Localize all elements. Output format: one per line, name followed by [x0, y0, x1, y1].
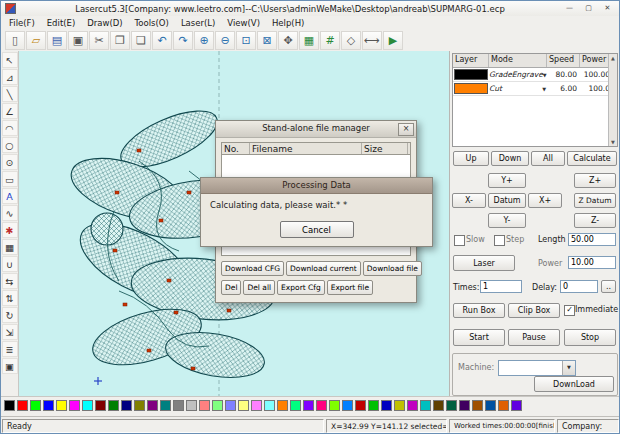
- laser-button[interactable]: Laser: [453, 255, 515, 271]
- layer-row[interactable]: GradeEngrave▼ 80.00 100.00: [453, 68, 617, 82]
- layer-table-scrollbar[interactable]: ▲ ▼: [608, 54, 617, 146]
- palette-swatch[interactable]: [485, 400, 496, 411]
- all-button[interactable]: All: [531, 151, 565, 166]
- scale-tool-icon[interactable]: ⇲: [2, 324, 18, 340]
- palette-swatch[interactable]: [394, 400, 405, 411]
- download-button[interactable]: DownLoad: [534, 376, 614, 392]
- zoom-out-icon[interactable]: ⊖: [215, 31, 235, 50]
- down-button[interactable]: Down: [491, 151, 529, 166]
- palette-swatch[interactable]: [264, 400, 275, 411]
- palette-swatch[interactable]: [160, 400, 171, 411]
- start-button[interactable]: Start: [453, 329, 505, 346]
- datum-button[interactable]: Datum: [488, 193, 526, 208]
- palette-swatch[interactable]: [433, 400, 444, 411]
- file-manager-button[interactable]: Del all: [243, 280, 275, 295]
- undo-icon[interactable]: ↶: [152, 31, 172, 50]
- length-input[interactable]: [568, 233, 616, 246]
- palette-swatch[interactable]: [95, 400, 106, 411]
- palette-swatch[interactable]: [420, 400, 431, 411]
- stop-button[interactable]: Stop: [564, 329, 616, 346]
- z-datum-button[interactable]: Z Datum: [574, 193, 616, 208]
- menu-item[interactable]: Help(H): [266, 18, 310, 28]
- jog-z-minus-button[interactable]: Z-: [574, 213, 616, 228]
- menu-item[interactable]: Edit(E): [41, 18, 81, 28]
- palette-swatch[interactable]: [43, 400, 54, 411]
- slow-checkbox[interactable]: [454, 235, 465, 246]
- grid-icon[interactable]: ▦: [299, 31, 319, 50]
- palette-swatch[interactable]: [290, 400, 301, 411]
- circle-tool-icon[interactable]: ○: [2, 137, 18, 153]
- delay-more-button[interactable]: ..: [601, 280, 616, 293]
- text-tool-icon[interactable]: A: [2, 188, 18, 204]
- print-icon[interactable]: ▣: [68, 31, 88, 50]
- file-manager-button[interactable]: Download current: [286, 261, 361, 276]
- snap-icon[interactable]: #: [320, 31, 340, 50]
- maximize-button[interactable]: ▢: [579, 2, 598, 15]
- palette-swatch[interactable]: [108, 400, 119, 411]
- palette-swatch[interactable]: [355, 400, 366, 411]
- star-tool-icon[interactable]: ✱: [2, 222, 18, 238]
- jog-x-plus-button[interactable]: X+: [528, 193, 562, 208]
- run-box-button[interactable]: Run Box: [453, 303, 505, 318]
- zoom-window-icon[interactable]: ⊡: [236, 31, 256, 50]
- palette-swatch[interactable]: [134, 400, 145, 411]
- delay-input[interactable]: [560, 280, 598, 293]
- pan-icon[interactable]: ✥: [278, 31, 298, 50]
- machine-combo[interactable]: ▼: [498, 360, 576, 376]
- layer-color-swatch[interactable]: [454, 69, 488, 80]
- rect-tool-icon[interactable]: ▭: [2, 171, 18, 187]
- line-tool-icon[interactable]: ╲: [2, 86, 18, 102]
- ellipse-tool-icon[interactable]: ⊙: [2, 154, 18, 170]
- layer-mode-select[interactable]: Cut▼: [489, 83, 547, 95]
- select-tool-icon[interactable]: ↖: [2, 52, 18, 68]
- file-manager-button[interactable]: Download file: [363, 261, 422, 276]
- layer-row[interactable]: Cut▼ 6.00 100.0: [453, 82, 617, 96]
- palette-swatch[interactable]: [186, 400, 197, 411]
- palette-swatch[interactable]: [498, 400, 509, 411]
- palette-swatch[interactable]: [4, 400, 15, 411]
- cancel-button[interactable]: Cancel: [280, 221, 354, 238]
- mirror-h-tool-icon[interactable]: ⇆: [2, 273, 18, 289]
- file-manager-button[interactable]: Export file: [327, 280, 373, 295]
- palette-swatch[interactable]: [17, 400, 28, 411]
- measure-icon[interactable]: ⟷: [362, 31, 382, 50]
- palette-swatch[interactable]: [446, 400, 457, 411]
- minimize-button[interactable]: —: [560, 2, 579, 15]
- menu-item[interactable]: View(V): [221, 18, 266, 28]
- menu-item[interactable]: Tools(O): [129, 18, 175, 28]
- rotate-tool-icon[interactable]: ↻: [2, 307, 18, 323]
- menu-item[interactable]: Laser(L): [175, 18, 221, 28]
- group-tool-icon[interactable]: ▣: [2, 358, 18, 374]
- palette-swatch[interactable]: [329, 400, 340, 411]
- open-icon[interactable]: ▱: [26, 31, 46, 50]
- file-manager-button[interactable]: Del: [221, 280, 241, 295]
- jog-y-minus-button[interactable]: Y-: [488, 213, 526, 228]
- palette-swatch[interactable]: [121, 400, 132, 411]
- palette-swatch[interactable]: [407, 400, 418, 411]
- palette-swatch[interactable]: [472, 400, 483, 411]
- array-tool-icon[interactable]: ▦: [2, 239, 18, 255]
- layer-color-swatch[interactable]: [454, 83, 488, 94]
- menu-item[interactable]: File(F): [3, 18, 41, 28]
- power-input[interactable]: [568, 256, 616, 269]
- palette-swatch[interactable]: [82, 400, 93, 411]
- copy-icon[interactable]: ❐: [110, 31, 130, 50]
- scroll-down-icon[interactable]: ▼: [609, 139, 617, 145]
- palette-swatch[interactable]: [56, 400, 67, 411]
- close-icon[interactable]: ×: [398, 123, 414, 136]
- jog-z-plus-button[interactable]: Z+: [574, 173, 616, 188]
- layer-speed-value[interactable]: 80.00: [547, 69, 580, 81]
- offset-tool-icon[interactable]: ≣: [2, 341, 18, 357]
- palette-swatch[interactable]: [368, 400, 379, 411]
- palette-swatch[interactable]: [303, 400, 314, 411]
- file-manager-button[interactable]: Download CFG: [221, 261, 284, 276]
- palette-swatch[interactable]: [381, 400, 392, 411]
- times-input[interactable]: [480, 280, 522, 293]
- polyline-tool-icon[interactable]: ∠: [2, 103, 18, 119]
- chevron-down-icon[interactable]: ▼: [562, 361, 575, 375]
- cut-icon[interactable]: ✂: [89, 31, 109, 50]
- palette-swatch[interactable]: [199, 400, 210, 411]
- simulate-icon[interactable]: ▶: [383, 31, 403, 50]
- save-icon[interactable]: ▤: [47, 31, 67, 50]
- file-manager-button[interactable]: Export Cfg: [277, 280, 325, 295]
